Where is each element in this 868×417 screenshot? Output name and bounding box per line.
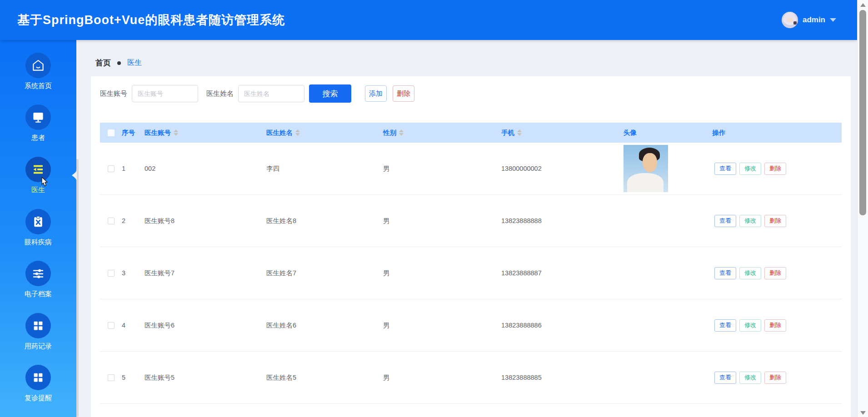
column-header[interactable]: 手机	[501, 129, 624, 137]
row-checkbox[interactable]	[108, 165, 115, 172]
row-checkbox[interactable]	[108, 322, 115, 329]
column-header-label: 性别	[383, 129, 396, 137]
select-all-checkbox[interactable]	[108, 129, 115, 136]
sidebar-item-4[interactable]: 眼科疾病	[0, 209, 76, 247]
view-button[interactable]: 查看	[714, 372, 736, 384]
row-checkbox[interactable]	[108, 270, 115, 277]
window-scrollbar[interactable]	[857, 0, 868, 417]
cell-account: 医生账号7	[145, 269, 266, 278]
delete-button[interactable]: 删除	[393, 85, 414, 102]
sort-carets-icon[interactable]	[399, 129, 404, 136]
cell-gender: 男	[383, 373, 501, 382]
cell-account: 医生账号5	[145, 373, 266, 382]
name-input[interactable]	[238, 85, 304, 102]
cell-phone: 13823888887	[501, 269, 624, 277]
cell-account: 002	[145, 165, 266, 172]
column-header[interactable]: 性别	[383, 129, 501, 137]
breadcrumb: 首页 医生	[95, 58, 142, 68]
scroll-down-arrow-icon[interactable]	[860, 411, 866, 415]
cell-actions: 查看 修改 删除	[712, 372, 842, 384]
column-header[interactable]: 操作	[712, 129, 842, 137]
sidebar-item-icon-circle	[25, 209, 51, 234]
column-header-label: 头像	[624, 129, 637, 137]
account-input[interactable]	[132, 85, 198, 102]
edit-button[interactable]: 修改	[739, 372, 761, 384]
view-button[interactable]: 查看	[714, 319, 736, 332]
row-delete-button[interactable]: 删除	[764, 372, 786, 384]
sidebar-item-7[interactable]: 复诊提醒	[0, 365, 76, 402]
column-header-label: 医生账号	[145, 129, 171, 137]
avatar-decor	[793, 21, 797, 25]
avatar-decor	[783, 12, 797, 22]
app-title: 基于SpringBoot+Vue的眼科患者随访管理系统	[0, 12, 285, 28]
cell-actions: 查看 修改 删除	[712, 215, 842, 227]
sidebar-item-2[interactable]: 患者	[0, 104, 76, 142]
sidebar-item-5[interactable]: 电子档案	[0, 261, 76, 298]
cell-phone: 13800000002	[501, 165, 624, 172]
table-row: 4 医生账号6 医生姓名6 男 13823888886 查看 修改 删除	[100, 299, 842, 352]
sort-carets-icon[interactable]	[295, 129, 300, 136]
column-header[interactable]: 医生账号	[145, 129, 266, 137]
view-button[interactable]: 查看	[714, 163, 736, 175]
cell-index: 5	[122, 374, 145, 381]
name-field-label: 医生姓名	[206, 89, 234, 98]
breadcrumb-separator-dot	[117, 61, 121, 65]
cell-gender: 男	[383, 217, 501, 225]
cell-index: 4	[122, 322, 145, 329]
scroll-up-arrow-icon[interactable]	[860, 3, 866, 7]
view-button[interactable]: 查看	[714, 215, 736, 227]
sort-carets-icon[interactable]	[517, 129, 522, 136]
cell-index: 2	[122, 217, 145, 224]
row-delete-button[interactable]: 删除	[764, 215, 786, 227]
table-row: 1 002 李四 男 13800000002 查看 修改 删除	[100, 143, 842, 195]
sidebar-item-6[interactable]: 用药记录	[0, 313, 76, 351]
column-header[interactable]: 医生姓名	[266, 129, 383, 137]
sort-carets-icon[interactable]	[174, 129, 178, 136]
sidebar-item-label: 系统首页	[0, 82, 76, 90]
row-checkbox[interactable]	[108, 218, 115, 224]
cell-name: 医生姓名6	[266, 321, 383, 330]
avatar-decor	[643, 153, 657, 172]
table-row: 3 医生账号7 医生姓名7 男 13823888887 查看 修改 删除	[100, 247, 842, 299]
search-button[interactable]: 搜索	[309, 84, 351, 103]
user-avatar[interactable]	[782, 12, 798, 28]
app-header: 基于SpringBoot+Vue的眼科患者随访管理系统 admin	[0, 0, 857, 40]
scrollbar-thumb[interactable]	[859, 10, 866, 215]
cell-gender: 男	[383, 321, 501, 330]
table-row: 5 医生账号5 医生姓名5 男 13823888885 查看 修改 删除	[100, 352, 842, 404]
sidebar-item-icon-circle	[25, 261, 51, 286]
user-name: admin	[803, 15, 825, 25]
column-header[interactable]: 头像	[624, 129, 712, 137]
sidebar-item-label: 电子档案	[0, 290, 76, 298]
column-header[interactable]: 序号	[122, 129, 145, 137]
cell-name: 医生姓名8	[266, 217, 383, 225]
cell-account: 医生账号8	[145, 217, 266, 225]
column-header-label: 医生姓名	[266, 129, 293, 137]
edit-button[interactable]: 修改	[739, 215, 761, 227]
column-header-label: 序号	[122, 129, 135, 137]
account-field-label: 医生账号	[100, 89, 127, 98]
row-checkbox[interactable]	[108, 374, 115, 381]
breadcrumb-current[interactable]: 医生	[127, 58, 142, 68]
sidebar-item-label: 复诊提醒	[0, 394, 76, 402]
edit-button[interactable]: 修改	[739, 163, 761, 175]
edit-button[interactable]: 修改	[739, 267, 761, 279]
home-icon	[31, 59, 45, 72]
add-button[interactable]: 添加	[365, 85, 387, 102]
cell-name: 李四	[266, 164, 383, 173]
table-row: 2 医生账号8 医生姓名8 男 13823888888 查看 修改 删除	[100, 195, 842, 247]
view-button[interactable]: 查看	[714, 267, 736, 279]
cell-actions: 查看 修改 删除	[712, 163, 842, 175]
user-menu[interactable]: admin	[782, 12, 836, 28]
cell-actions: 查看 修改 删除	[712, 319, 842, 332]
row-delete-button[interactable]: 删除	[764, 267, 786, 279]
cell-gender: 男	[383, 269, 501, 278]
row-delete-button[interactable]: 删除	[764, 319, 786, 332]
cell-index: 3	[122, 269, 145, 277]
edit-button[interactable]: 修改	[739, 319, 761, 332]
row-delete-button[interactable]: 删除	[764, 163, 786, 175]
content-panel: 医生账号 医生姓名 搜索 添加 删除 序号 医生账号 医生姓名 性别	[91, 76, 851, 417]
sidebar-item-1[interactable]: 系统首页	[0, 53, 76, 90]
search-toolbar: 医生账号 医生姓名 搜索 添加 删除	[100, 84, 414, 103]
table-header-row: 序号 医生账号 医生姓名 性别 手机 头像 操作	[100, 123, 842, 143]
